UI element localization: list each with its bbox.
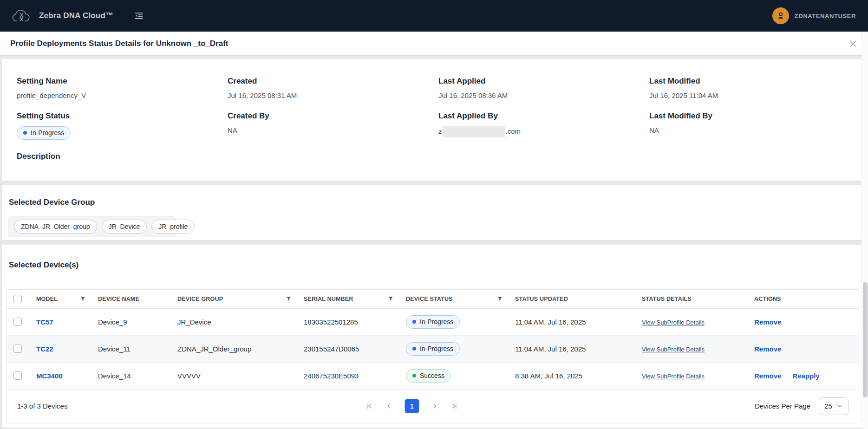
field-label: Setting Name	[17, 77, 228, 86]
cloud-dna-logo-icon	[11, 7, 33, 24]
filter-icon[interactable]	[80, 296, 86, 302]
reapply-link[interactable]: Reapply	[792, 372, 819, 380]
section-title: Selected Device(s)	[9, 260, 78, 270]
column-header-serial-number: SERIAL NUMBER	[304, 296, 353, 302]
prev-page-icon[interactable]	[385, 403, 393, 410]
pagination: 1	[366, 399, 458, 413]
devices-table: MODEL DEVICE NAME DEVICE GROUP SERIAL NU…	[7, 289, 859, 423]
device-group-chips-container: ZDNA_JR_Older_group JR_Device JR_profile	[8, 216, 176, 237]
column-header-device-status: DEVICE STATUS	[406, 296, 453, 302]
remove-link[interactable]: Remove	[754, 318, 781, 326]
field-created-by: Created By NA	[228, 111, 438, 140]
device-name-cell: Device_9	[91, 308, 171, 335]
status-dot-icon	[412, 374, 416, 377]
user-name[interactable]: ZDNATENANTUSER	[795, 13, 856, 20]
device-row: MC3400 Device_14 VVVVV 240675230E5093 Su…	[7, 362, 859, 389]
field-description: Description	[17, 152, 228, 167]
pagination-range-text: 1-3 of 3 Devices	[17, 402, 67, 410]
devices-per-page-select[interactable]: 25	[819, 397, 848, 415]
status-badge: In-Progress	[17, 126, 71, 140]
device-model-link[interactable]: TC22	[36, 345, 53, 353]
column-header-device-group: DEVICE GROUP	[177, 296, 223, 302]
devices-per-page-label: Devices Per Page	[755, 402, 810, 410]
view-subprofile-details-link[interactable]: View SubProfile Details	[642, 346, 705, 353]
field-last-applied-by: Last Applied By z.com	[438, 111, 649, 140]
remove-link[interactable]: Remove	[754, 372, 781, 380]
status-text: In-Progress	[31, 129, 64, 136]
field-last-modified: Last Modified Jul 16, 2025 11:04 AM	[649, 77, 860, 99]
column-header-device-name: DEVICE NAME	[98, 296, 139, 302]
field-setting-name: Setting Name profile_dependency_V	[17, 77, 228, 99]
page-number-button[interactable]: 1	[405, 399, 419, 413]
table-header-row: MODEL DEVICE NAME DEVICE GROUP SERIAL NU…	[7, 290, 859, 308]
device-model-link[interactable]: MC3400	[36, 372, 63, 380]
status-text: Success	[420, 372, 444, 379]
field-value: Jul 16, 2025 08:36 AM	[438, 91, 649, 99]
field-value: Jul 16, 2025 08:31 AM	[228, 91, 438, 99]
field-created: Created Jul 16, 2025 08:31 AM	[228, 77, 438, 99]
field-value: NA	[228, 126, 438, 134]
field-value-redacted: z.com	[438, 126, 649, 137]
status-dot-icon	[23, 131, 27, 135]
status-dot-icon	[412, 347, 416, 351]
field-label: Created By	[228, 111, 438, 121]
field-label: Description	[17, 152, 228, 161]
vertical-scrollbar[interactable]	[861, 32, 868, 429]
app-header: Zebra DNA Cloud™ ZDNATENANTUSER	[0, 0, 868, 32]
filter-icon[interactable]	[497, 296, 503, 302]
user-avatar[interactable]	[772, 7, 789, 24]
status-updated-cell: 11:04 AM, Jul 16, 2025	[509, 308, 635, 335]
field-label: Last Applied By	[438, 111, 649, 121]
field-value: profile_dependency_V	[17, 91, 228, 99]
field-setting-status: Setting Status In-Progress	[17, 111, 228, 140]
serial-number-cell: 240675230E5093	[297, 362, 399, 389]
last-page-icon[interactable]	[451, 403, 458, 410]
first-page-icon[interactable]	[366, 403, 373, 410]
field-last-applied: Last Applied Jul 16, 2025 08:36 AM	[438, 77, 649, 99]
selected-devices-panel: Selected Device(s) MODEL DEVICE NAME DEV…	[2, 245, 861, 428]
column-header-actions: ACTIONS	[754, 296, 781, 302]
app-title: Zebra DNA Cloud™	[39, 11, 113, 20]
device-group-cell: JR_Device	[171, 308, 297, 335]
column-header-model: MODEL	[36, 296, 58, 302]
device-group-chip[interactable]: JR_Device	[102, 220, 147, 234]
device-status-badge: Success	[406, 369, 451, 383]
filter-icon[interactable]	[286, 296, 292, 302]
device-status-badge: In-Progress	[406, 315, 460, 329]
redacted-text-box	[443, 126, 505, 137]
field-last-modified-by: Last Modified By NA	[649, 111, 860, 140]
view-subprofile-details-link[interactable]: View SubProfile Details	[642, 373, 705, 380]
indent-menu-icon[interactable]	[134, 11, 144, 21]
select-all-checkbox[interactable]	[13, 295, 22, 303]
status-text: In-Progress	[420, 318, 453, 325]
row-checkbox[interactable]	[13, 344, 22, 353]
serial-number-cell: 230155247D0065	[297, 335, 399, 362]
chevron-down-icon	[837, 403, 843, 409]
close-icon[interactable]	[847, 37, 860, 50]
view-subprofile-details-link[interactable]: View SubProfile Details	[642, 319, 705, 326]
scrollbar-thumb[interactable]	[863, 282, 868, 397]
next-page-icon[interactable]	[431, 403, 439, 410]
device-row: TC22 Device_11 ZDNA_JR_Older_group 23015…	[7, 335, 859, 362]
device-name-cell: Device_14	[91, 362, 171, 389]
device-group-cell: VVVVV	[171, 362, 297, 389]
column-header-status-details: STATUS DETAILS	[642, 296, 692, 302]
field-label: Setting Status	[17, 111, 228, 121]
deployment-details-panel: Setting Name profile_dependency_V Create…	[2, 59, 861, 181]
remove-link[interactable]: Remove	[754, 345, 781, 353]
title-bar: Profile Deployments Status Details for U…	[0, 32, 868, 55]
status-updated-cell: 11:04 AM, Jul 16, 2025	[509, 335, 635, 362]
device-group-chip[interactable]: JR_profile	[151, 220, 195, 234]
serial-number-cell: 18303522501285	[297, 308, 399, 335]
row-checkbox[interactable]	[13, 318, 22, 326]
filter-icon[interactable]	[388, 296, 394, 302]
field-value: NA	[649, 126, 860, 134]
field-label: Created	[228, 77, 438, 86]
device-model-link[interactable]: TC57	[36, 318, 53, 326]
device-status-badge: In-Progress	[406, 342, 460, 356]
row-checkbox[interactable]	[13, 371, 22, 380]
field-label: Last Modified	[649, 77, 860, 86]
device-group-chip[interactable]: ZDNA_JR_Older_group	[14, 220, 97, 234]
per-page-value: 25	[824, 402, 832, 410]
section-title: Selected Device Group	[9, 198, 95, 207]
